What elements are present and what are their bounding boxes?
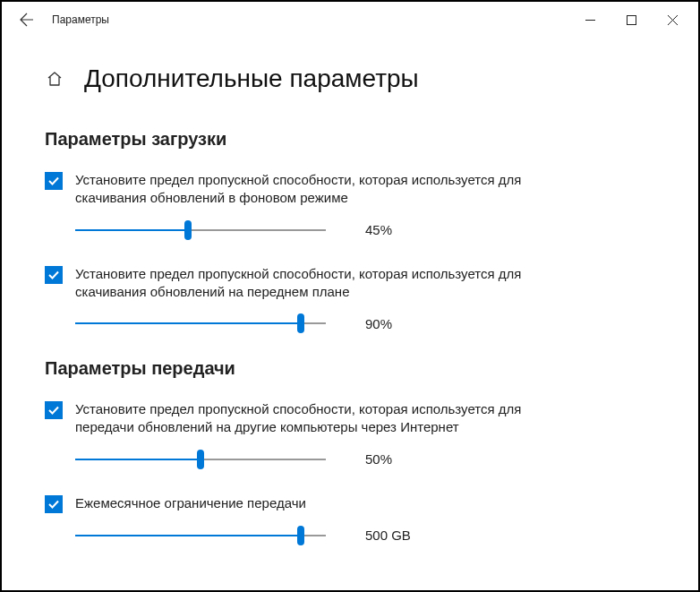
slider-thumb[interactable] (297, 526, 304, 545)
home-icon (46, 70, 64, 88)
content: Дополнительные параметры Параметры загру… (2, 38, 698, 545)
page-title: Дополнительные параметры (84, 64, 419, 93)
minimize-button[interactable] (569, 6, 610, 33)
upload-bandwidth-slider[interactable] (75, 450, 326, 469)
close-button[interactable] (652, 6, 693, 33)
maximize-icon (627, 15, 636, 25)
download-background-option: Установите предел пропускной способности… (45, 171, 655, 208)
check-icon (47, 404, 60, 416)
slider-fill (75, 459, 201, 460)
upload-bandwidth-option: Установите предел пропускной способности… (45, 400, 655, 437)
upload-section-title: Параметры передачи (45, 358, 655, 379)
monthly-limit-label: Ежемесячное ограничение передачи (75, 494, 306, 512)
titlebar: Параметры (2, 2, 698, 38)
back-button[interactable] (14, 7, 39, 32)
slider-thumb[interactable] (297, 313, 304, 333)
home-button[interactable] (45, 69, 64, 89)
check-icon (47, 175, 60, 187)
window-controls (569, 6, 693, 33)
page-header: Дополнительные параметры (45, 64, 655, 93)
maximize-button[interactable] (610, 6, 652, 33)
svg-rect-1 (627, 15, 636, 24)
monthly-limit-value: 500 GB (365, 528, 419, 543)
check-icon (47, 498, 60, 510)
minimize-icon (585, 15, 595, 25)
slider-thumb[interactable] (197, 450, 204, 469)
download-foreground-option: Установите предел пропускной способности… (45, 265, 655, 302)
slider-fill (75, 322, 301, 324)
close-icon (668, 15, 678, 25)
upload-bandwidth-label: Установите предел пропускной способности… (75, 400, 550, 437)
download-foreground-value: 90% (365, 316, 419, 331)
monthly-limit-option: Ежемесячное ограничение передачи (45, 494, 655, 513)
app-title: Параметры (52, 13, 109, 26)
download-foreground-slider[interactable] (75, 313, 326, 333)
download-background-checkbox[interactable] (45, 172, 63, 190)
download-section-title: Параметры загрузки (45, 129, 655, 150)
monthly-limit-checkbox[interactable] (45, 495, 63, 513)
download-foreground-slider-row: 90% (75, 313, 655, 333)
slider-thumb[interactable] (184, 220, 192, 240)
download-foreground-checkbox[interactable] (45, 266, 63, 284)
download-background-slider[interactable] (75, 220, 326, 240)
slider-fill (75, 535, 301, 536)
upload-bandwidth-checkbox[interactable] (45, 401, 63, 419)
download-foreground-label: Установите предел пропускной способности… (75, 265, 550, 302)
download-background-label: Установите предел пропускной способности… (75, 171, 550, 208)
slider-fill (75, 229, 188, 231)
download-background-value: 45% (365, 222, 419, 237)
upload-bandwidth-value: 50% (365, 451, 419, 467)
arrow-left-icon (20, 13, 34, 27)
check-icon (47, 269, 60, 281)
download-background-slider-row: 45% (75, 220, 655, 240)
monthly-limit-slider[interactable] (75, 526, 326, 545)
monthly-limit-slider-row: 500 GB (75, 526, 655, 545)
upload-bandwidth-slider-row: 50% (75, 450, 655, 469)
